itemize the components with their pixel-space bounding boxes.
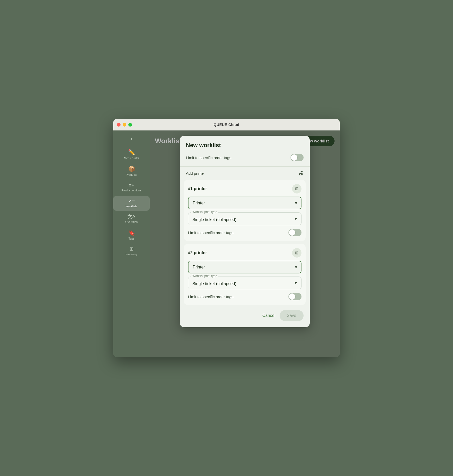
- sidebar-item-label: Menu drafts: [124, 156, 139, 160]
- printer-2-worklist-type-wrapper: Worklist print type Single ticket (colla…: [188, 277, 301, 289]
- trash-icon: 🗑: [295, 186, 299, 191]
- new-worklist-modal: New worklist Limit to specific order tag…: [180, 136, 310, 327]
- printer-1-limit-row: Limit to specific order tags: [188, 228, 301, 237]
- menu-drafts-icon: ✏️: [128, 149, 135, 155]
- sidebar-item-products[interactable]: 📦 Products: [113, 164, 150, 179]
- save-button[interactable]: Save: [280, 310, 304, 321]
- printer-1-select[interactable]: Printer: [188, 197, 301, 209]
- printer-2-worklist-type-label: Worklist print type: [191, 274, 218, 278]
- modal-overlay: New worklist Limit to specific order tag…: [150, 130, 340, 357]
- sidebar-item-overrides[interactable]: 文A Overrides: [113, 212, 150, 226]
- sidebar-item-tags[interactable]: 🔖 Tags: [113, 227, 150, 243]
- back-button[interactable]: ‹: [113, 134, 150, 146]
- traffic-lights: [117, 123, 132, 127]
- add-printer-row: Add printer 🖨: [180, 166, 310, 180]
- cancel-button[interactable]: Cancel: [262, 313, 275, 318]
- product-options-icon: ≡+: [129, 183, 134, 187]
- sidebar-item-label: Products: [126, 173, 137, 177]
- printer-1-worklist-type-select[interactable]: Single ticket (collapsed): [188, 215, 301, 225]
- modal-header: New worklist Limit to specific order tag…: [180, 136, 310, 166]
- add-printer-label: Add printer: [186, 171, 205, 176]
- sidebar-item-label: Product options: [122, 189, 141, 192]
- modal-title: New worklist: [186, 142, 304, 149]
- sidebar-item-product-options[interactable]: ≡+ Product options: [113, 180, 150, 195]
- worklists-icon: ✓≡: [128, 199, 135, 203]
- add-printer-icon[interactable]: 🖨: [298, 170, 304, 176]
- printer-1-limit-label: Limit to specific order tags: [188, 230, 233, 235]
- printer-2-limit-label: Limit to specific order tags: [188, 295, 233, 299]
- app-body: ‹ ✏️ Menu drafts 📦 Products ≡+ Product o…: [113, 130, 340, 357]
- sidebar-item-menu-drafts[interactable]: ✏️ Menu drafts: [113, 147, 150, 162]
- sidebar-item-worklists[interactable]: ✓≡ Worklists: [113, 196, 150, 211]
- products-icon: 📦: [128, 166, 135, 172]
- printer-1-header: #1 printer 🗑: [188, 184, 301, 193]
- inventory-icon: ⊞: [130, 247, 134, 251]
- main-content: Worklist New worklist New worklist Limit…: [150, 130, 340, 357]
- limit-tags-row-top: Limit to specific order tags: [186, 153, 304, 162]
- sidebar: ‹ ✏️ Menu drafts 📦 Products ≡+ Product o…: [113, 130, 150, 357]
- printer-2-limit-row: Limit to specific order tags: [188, 292, 301, 301]
- printer-2-limit-toggle[interactable]: [288, 293, 301, 300]
- delete-printer-1-button[interactable]: 🗑: [292, 184, 301, 193]
- title-bar: QUEUE Cloud: [113, 119, 340, 130]
- printer-2-select-wrapper: Printer ▼: [188, 261, 301, 273]
- sidebar-item-label: Overrides: [125, 220, 138, 224]
- minimize-button[interactable]: [123, 123, 126, 127]
- trash-icon: 🗑: [295, 250, 299, 255]
- modal-footer: Cancel Save: [180, 305, 310, 327]
- window-title: QUEUE Cloud: [214, 123, 240, 127]
- printer-2-title: #2 printer: [188, 250, 207, 255]
- sidebar-item-inventory[interactable]: ⊞ Inventory: [113, 244, 150, 259]
- printer-card-2: #2 printer 🗑 Printer ▼: [184, 244, 306, 305]
- printer-2-select[interactable]: Printer: [188, 261, 301, 273]
- printer-1-title: #1 printer: [188, 186, 207, 191]
- printer-2-worklist-type-select[interactable]: Single ticket (collapsed): [188, 279, 301, 289]
- overrides-icon: 文A: [128, 214, 135, 219]
- delete-printer-2-button[interactable]: 🗑: [292, 248, 301, 258]
- sidebar-item-label: Tags: [128, 237, 134, 240]
- modal-body: #1 printer 🗑 Printer ▼: [180, 180, 310, 305]
- limit-tags-toggle-top[interactable]: [291, 154, 304, 161]
- printer-1-limit-toggle[interactable]: [288, 229, 301, 236]
- app-window: QUEUE Cloud ‹ ✏️ Menu drafts 📦 Products …: [113, 119, 340, 357]
- printer-1-worklist-type-label: Worklist print type: [191, 210, 218, 214]
- printer-1-select-wrapper: Printer ▼: [188, 197, 301, 209]
- printer-2-header: #2 printer 🗑: [188, 248, 301, 258]
- printer-1-worklist-type-wrapper: Worklist print type Single ticket (colla…: [188, 212, 301, 225]
- sidebar-item-label: Inventory: [125, 253, 137, 256]
- limit-tags-label-top: Limit to specific order tags: [186, 155, 231, 160]
- close-button[interactable]: [117, 123, 121, 127]
- printer-card-1: #1 printer 🗑 Printer ▼: [184, 180, 306, 241]
- sidebar-item-label: Worklists: [126, 205, 137, 208]
- tags-icon: 🔖: [128, 230, 135, 236]
- maximize-button[interactable]: [128, 123, 132, 127]
